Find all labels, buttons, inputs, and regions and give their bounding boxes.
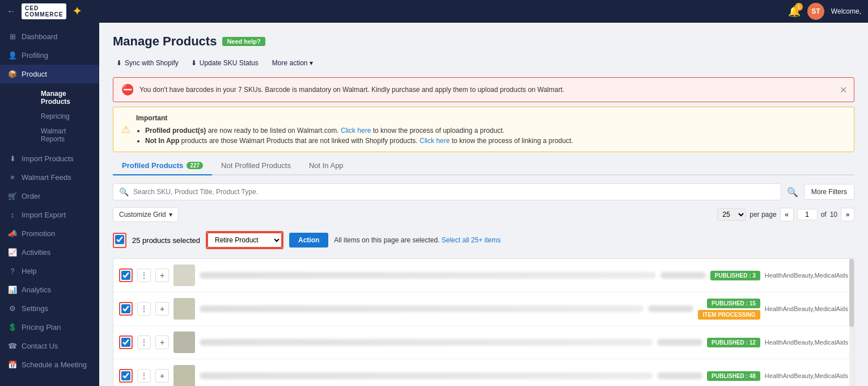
- row1-checkbox[interactable]: [121, 271, 130, 280]
- row1-add-button[interactable]: +: [155, 268, 169, 282]
- sidebar-item-analytics[interactable]: 📊 Analytics: [0, 280, 99, 299]
- chevron-down-icon: ▾: [310, 59, 313, 67]
- sidebar-item-profiling[interactable]: 👤 Profiling: [0, 46, 99, 65]
- sidebar-item-help[interactable]: ? Help: [0, 262, 99, 280]
- dashboard-icon: ⊞: [8, 32, 17, 41]
- row2-menu-button[interactable]: ⋮: [137, 302, 151, 316]
- scrollbar-thumb[interactable]: [849, 259, 854, 327]
- warning-bullet2: Not In App products are those Walmart Pr…: [145, 136, 846, 146]
- next-page-button[interactable]: »: [841, 208, 854, 221]
- profiled-products-tab-label: Profiled Products: [122, 161, 183, 170]
- tab-not-in-app[interactable]: Not In App: [300, 157, 353, 175]
- product-table: ⋮ + PUBLISHED : 3 HealthAndBeauty,Medica…: [113, 258, 854, 386]
- sidebar-item-label: Product: [22, 70, 47, 78]
- sidebar-item-manage-products[interactable]: Manage Products: [20, 86, 99, 109]
- need-help-badge[interactable]: Need help?: [222, 37, 265, 46]
- row4-category: HealthAndBeauty,MedicalAids: [765, 372, 848, 379]
- row2-category: HealthAndBeauty,MedicalAids: [765, 305, 848, 312]
- sidebar-item-walmart-feeds[interactable]: ≡ Walmart Feeds: [0, 168, 99, 187]
- more-action-button[interactable]: More action ▾: [268, 57, 318, 69]
- sidebar-item-settings[interactable]: ⚙ Settings: [0, 299, 99, 318]
- row2-thumbnail: [173, 298, 195, 320]
- sidebar-item-import-export[interactable]: ↕ Import Export: [0, 205, 99, 224]
- update-sku-button[interactable]: ⬇ Update SKU Status: [188, 57, 262, 69]
- table-row: ⋮ + PUBLISHED : 48 HealthAndBeauty,Medic…: [113, 359, 854, 386]
- select-all-items-link[interactable]: Select all 25+ items: [442, 236, 501, 244]
- sidebar-item-import-products[interactable]: ⬇ Import Products: [0, 149, 99, 168]
- notification-button[interactable]: 🔔 1: [788, 5, 801, 18]
- error-alert-close-button[interactable]: ✕: [840, 85, 847, 95]
- selected-count-text: 25 products selected: [132, 236, 200, 245]
- sidebar-item-promotion[interactable]: 📣 Promotion: [0, 224, 99, 243]
- content-area: Manage Products Need help? ⬇ Sync with S…: [99, 23, 868, 386]
- page-size-select[interactable]: 25 50 100: [717, 208, 746, 221]
- sidebar-item-label: Schedule a Meeting: [22, 360, 87, 369]
- sidebar-item-pricing-plan[interactable]: 💲 Pricing Plan: [0, 318, 99, 337]
- row3-checkbox[interactable]: [121, 338, 130, 347]
- import-products-icon: ⬇: [8, 154, 17, 163]
- header-right: 🔔 1 ST Welcome,: [788, 3, 861, 20]
- sidebar-item-activities[interactable]: 📈 Activities: [0, 243, 99, 262]
- product-tabs: Profiled Products 227 Not Profiled Produ…: [113, 157, 854, 175]
- sync-shopify-label: Sync with Shopify: [125, 59, 179, 67]
- error-alert-text: You don't have barcodes in your 7 SKUs. …: [139, 85, 846, 95]
- row2-sku: [648, 305, 693, 312]
- row2-add-button[interactable]: +: [155, 302, 169, 316]
- sidebar-item-walmart-reports[interactable]: Walmart Reports: [20, 124, 99, 146]
- sidebar-item-repricing[interactable]: Repricing: [20, 109, 99, 124]
- sidebar-item-label: Settings: [22, 304, 48, 313]
- import-export-icon: ↕: [8, 211, 17, 219]
- click-here-link-2[interactable]: Click here: [420, 137, 450, 145]
- row1-menu-button[interactable]: ⋮: [137, 268, 151, 282]
- tab-not-profiled-products[interactable]: Not Profiled Products: [212, 157, 300, 175]
- warning-bullet1: Profiled product(s) are now ready to be …: [145, 125, 846, 136]
- row3-status-badge: PUBLISHED : 12: [707, 338, 760, 347]
- sync-shopify-button[interactable]: ⬇ Sync with Shopify: [113, 57, 182, 69]
- sidebar-item-label: Help: [22, 267, 37, 275]
- row4-checkbox[interactable]: [121, 371, 130, 380]
- search-input[interactable]: [133, 188, 775, 196]
- table-row: ⋮ + PUBLISHED : 12 HealthAndBeauty,Medic…: [113, 326, 854, 359]
- sidebar-item-label: Dashboard: [22, 32, 58, 41]
- customize-grid-button[interactable]: Customize Grid ▾: [113, 207, 179, 222]
- row3-add-button[interactable]: +: [155, 335, 169, 349]
- page-title-row: Manage Products Need help?: [113, 34, 854, 49]
- top-header: ← CEDCOMMERCE ✦ 🔔 1 ST Welcome,: [0, 0, 868, 23]
- tab-profiled-products[interactable]: Profiled Products 227: [113, 157, 212, 175]
- row4-sku: [657, 372, 702, 379]
- selection-bar: 25 products selected Retire Product Acti…: [113, 228, 854, 253]
- pricing-plan-icon: 💲: [8, 323, 17, 332]
- row4-menu-button[interactable]: ⋮: [137, 369, 151, 383]
- sidebar: ⊞ Dashboard 👤 Profiling 📦 Product Manage…: [0, 23, 99, 386]
- bullet1-suffix: to know the process of uploading a produ…: [373, 127, 505, 135]
- table-row: ⋮ + PUBLISHED : 3 HealthAndBeauty,Medica…: [113, 259, 854, 292]
- select-all-checkbox[interactable]: [115, 235, 124, 244]
- prev-page-button[interactable]: «: [780, 208, 794, 221]
- not-profiled-tab-label: Not Profiled Products: [221, 161, 291, 170]
- sidebar-item-order[interactable]: 🛒 Order: [0, 187, 99, 205]
- retire-product-select[interactable]: Retire Product: [207, 232, 282, 248]
- bullet1-middle: are now ready to be listed on Walmart.co…: [208, 127, 339, 135]
- current-page-input[interactable]: [797, 209, 818, 220]
- click-here-link-1[interactable]: Click here: [341, 127, 371, 135]
- row1-status-badge: PUBLISHED : 3: [710, 271, 760, 280]
- sidebar-item-product[interactable]: 📦 Product: [0, 65, 99, 83]
- sidebar-item-dashboard[interactable]: ⊞ Dashboard: [0, 27, 99, 46]
- row4-add-button[interactable]: +: [155, 369, 169, 383]
- logo: CEDCOMMERCE: [22, 3, 66, 19]
- order-icon: 🛒: [8, 192, 17, 200]
- row3-menu-button[interactable]: ⋮: [137, 335, 151, 349]
- sidebar-item-label: Analytics: [22, 286, 51, 294]
- back-button[interactable]: ←: [7, 6, 16, 16]
- row1-status-col: PUBLISHED : 3: [710, 271, 760, 280]
- more-filters-button[interactable]: More Filters: [804, 184, 854, 200]
- row2-checkbox[interactable]: [121, 304, 130, 313]
- row1-sku: [660, 272, 706, 279]
- sidebar-item-contact-us[interactable]: ☎ Contact Us: [0, 337, 99, 355]
- search-submit-icon[interactable]: 🔍: [787, 187, 798, 198]
- action-submit-button[interactable]: Action: [289, 233, 328, 247]
- error-icon: ⛔: [121, 83, 134, 96]
- sidebar-item-schedule-meeting[interactable]: 📅 Schedule a Meeting: [0, 355, 99, 374]
- update-sku-label: Update SKU Status: [200, 59, 259, 67]
- welcome-text: Welcome,: [831, 7, 861, 15]
